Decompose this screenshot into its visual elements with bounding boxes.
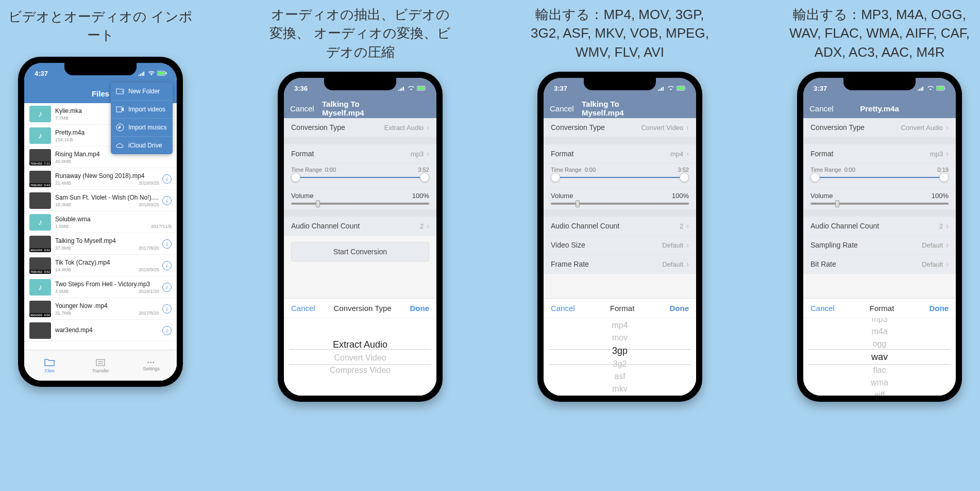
slider-thumb[interactable] (835, 200, 839, 207)
chevron-right-icon: › (946, 241, 949, 249)
conversion-type-row[interactable]: Conversion TypeExtract Audio› (284, 118, 436, 137)
file-row[interactable]: 960x5404:02Younger Now .mp431.7MB2017/8/… (24, 298, 177, 320)
picker-option[interactable]: ogg (873, 338, 887, 350)
file-row[interactable]: ♪Soluble.wma1.5MB2017/11/6 (24, 211, 177, 233)
info-icon[interactable]: i (162, 174, 172, 184)
volume-slider[interactable] (291, 203, 429, 205)
volume-row[interactable]: Volume100% (284, 188, 436, 209)
phone-frame: 4:37 Files + Edit +New Folder Import vid… (18, 57, 183, 387)
picker-sheet: CancelFormatDone mp4mov3gp3g2asfmkv (544, 298, 696, 396)
row-value: mp4 (670, 150, 683, 158)
picker-option[interactable]: mp4 (612, 319, 628, 332)
info-icon[interactable]: i (162, 304, 172, 314)
file-row[interactable]: 768x4323:43Runaway (New Song 2018).mp421… (24, 168, 177, 190)
cancel-button[interactable]: Cancel (550, 104, 574, 113)
chevron-right-icon: › (686, 123, 689, 132)
volume-slider[interactable] (551, 203, 689, 205)
file-name: Younger Now .mp4 (55, 302, 159, 309)
cancel-button[interactable]: Cancel (290, 104, 314, 113)
picker-option[interactable]: asf (614, 370, 625, 383)
picker-option[interactable]: flac (873, 364, 886, 377)
info-icon[interactable]: i (162, 326, 172, 335)
time-range-row[interactable]: Time Range 0:003:52 (284, 163, 436, 188)
conversion-type-row[interactable]: Conversion TypeConvert Audio› (803, 118, 956, 137)
cancel-button[interactable]: Cancel (809, 104, 834, 113)
file-date: 2017/11/6 (151, 224, 172, 229)
slider-thumb[interactable] (939, 173, 949, 182)
picker-wheel[interactable]: Extract AudioConvert VideoCompress Video (284, 318, 436, 396)
picker-done-button[interactable]: Done (930, 304, 949, 313)
channel-row[interactable]: Audio Channel Count2› (544, 217, 696, 236)
format-row[interactable]: Formatmp4› (544, 144, 696, 163)
picker-cancel-button[interactable]: Cancel (291, 304, 315, 313)
picker-done-button[interactable]: Done (410, 304, 430, 313)
row-value: Default (922, 241, 943, 249)
format-row[interactable]: Formatmp3› (284, 144, 436, 163)
row-value: mp3 (930, 150, 943, 158)
format-row[interactable]: Formatmp3› (803, 144, 956, 163)
notch (584, 78, 656, 90)
file-row[interactable]: war3end.mp4i (24, 320, 177, 341)
bit-rate-row[interactable]: Bit RateDefault› (803, 255, 956, 274)
time-range-row[interactable]: Time Range 0:003:52 (544, 163, 696, 188)
conversion-type-row[interactable]: Conversion TypeConvert Video› (544, 118, 696, 137)
range-slider[interactable] (294, 177, 426, 178)
slider-thumb[interactable] (810, 173, 820, 182)
picker-option[interactable]: mp3 (871, 318, 887, 325)
file-name: Runaway (New Song 2018).mp4 (55, 172, 159, 179)
volume-row[interactable]: Volume100% (544, 188, 696, 209)
chevron-right-icon: › (427, 123, 429, 132)
range-slider[interactable] (814, 177, 945, 178)
picker-option[interactable]: Extract Audio (333, 338, 387, 352)
sampling-rate-row[interactable]: Sampling RateDefault› (803, 236, 956, 255)
video-size-row[interactable]: Video SizeDefault› (544, 236, 696, 255)
file-name: Talking To Myself.mp4 (55, 237, 159, 244)
popup-import-videos[interactable]: Import videos (111, 101, 173, 119)
tab-transfer[interactable]: Transfer (75, 350, 126, 381)
popup-new-folder[interactable]: +New Folder (111, 83, 173, 101)
volume-row[interactable]: Volume100% (803, 188, 956, 209)
picker-option[interactable]: mov (612, 332, 628, 344)
channel-row[interactable]: Audio Channel Count2› (803, 217, 956, 236)
start-conversion-button[interactable]: Start Conversion (291, 242, 429, 261)
picker-option[interactable]: mkv (612, 383, 627, 395)
slider-thumb[interactable] (291, 173, 300, 182)
volume-slider[interactable] (810, 203, 949, 205)
picker-cancel-button[interactable]: Cancel (810, 304, 835, 313)
file-row[interactable]: ♪Two Steps From Hell - Victory.mp34.9MB2… (24, 276, 177, 298)
picker-wheel[interactable]: mp4mov3gp3g2asfmkv (544, 318, 696, 396)
file-row[interactable]: 960x5403:52Talking To Myself.mp437.8MB20… (24, 233, 177, 255)
picker-option[interactable]: aiff (874, 389, 885, 396)
frame-rate-row[interactable]: Frame RateDefault› (544, 255, 696, 274)
picker-done-button[interactable]: Done (670, 304, 689, 313)
slider-thumb[interactable] (576, 200, 580, 207)
file-name: Sam Sun Ft. Violet - Wish (Oh No!).mp4 (55, 194, 159, 201)
picker-wheel[interactable]: mp3m4aoggwavflacwmaaiff (803, 318, 956, 396)
picker-option[interactable]: m4a (871, 325, 887, 338)
tab-settings[interactable]: •••Settings (126, 350, 177, 381)
picker-option[interactable]: wma (871, 377, 888, 389)
range-slider[interactable] (554, 177, 686, 178)
info-icon[interactable]: i (162, 196, 172, 205)
time-range-row[interactable]: Time Range 0:000:19 (803, 163, 956, 188)
chevron-right-icon: › (946, 260, 949, 268)
picker-option[interactable]: Compress Video (330, 364, 391, 377)
row-label: Bit Rate (810, 260, 836, 268)
slider-thumb[interactable] (680, 173, 689, 182)
picker-cancel-button[interactable]: Cancel (551, 304, 575, 313)
slider-thumb[interactable] (551, 173, 560, 182)
info-icon[interactable]: i (162, 261, 172, 270)
file-row[interactable]: 768x4323:52Tik Tok (Crazy).mp414.4MB2018… (24, 255, 177, 276)
slider-thumb[interactable] (420, 173, 429, 182)
info-icon[interactable]: i (162, 239, 172, 249)
popup-icloud[interactable]: iCloud Drive (111, 137, 173, 154)
volume-value: 100% (412, 192, 429, 200)
file-row[interactable]: Sam Sun Ft. Violet - Wish (Oh No!).mp418… (24, 190, 177, 211)
tab-files[interactable]: Files (24, 350, 75, 381)
picker-option[interactable]: 3gp (612, 344, 628, 358)
popup-import-musics[interactable]: Import musics (111, 119, 173, 137)
channel-row[interactable]: Audio Channel Count2› (284, 217, 436, 236)
slider-thumb[interactable] (316, 200, 320, 207)
picker-option[interactable]: wav (871, 350, 888, 364)
info-icon[interactable]: i (162, 283, 172, 292)
